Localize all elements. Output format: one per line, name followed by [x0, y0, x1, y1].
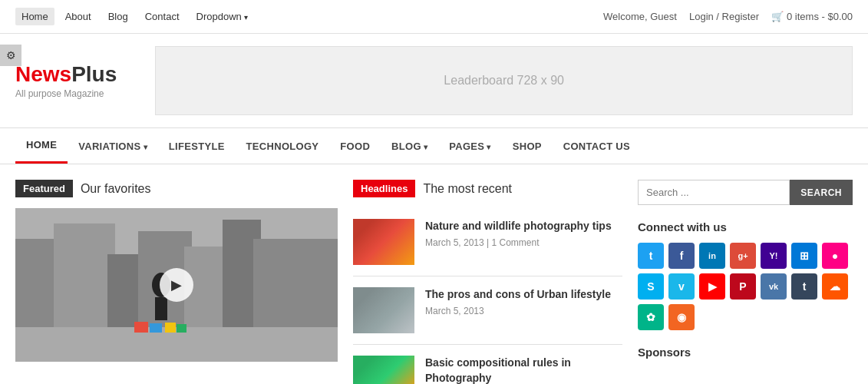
featured-section: Featured Our favorites — [15, 180, 338, 384]
skype-icon[interactable]: S — [638, 273, 664, 300]
top-bar-nav: Home About Blog Contact Dropdown ▾ — [15, 8, 254, 25]
google-plus-icon[interactable]: g+ — [730, 243, 756, 269]
tumblr-icon[interactable]: t — [791, 273, 817, 300]
nav-variations[interactable]: VARIATIONS — [68, 130, 158, 163]
search-box: SEARCH — [638, 180, 853, 205]
cart-icon: 🛒 — [771, 11, 784, 22]
thumbnail-image — [353, 287, 414, 333]
sponsors-title: Sponsors — [638, 346, 853, 359]
settings-icon[interactable]: ⚙ — [0, 45, 21, 66]
article-meta: March 5, 2013 | 1 Comment — [425, 237, 622, 248]
sidebar: SEARCH Connect with us t f in g+ Y! ⊞ ● … — [638, 180, 853, 384]
article-info: Basic compositional rules in Photography… — [425, 356, 622, 384]
list-item: Basic compositional rules in Photography… — [353, 345, 622, 384]
vk-icon[interactable]: vk — [761, 273, 787, 300]
twitter-icon[interactable]: t — [638, 243, 664, 269]
top-bar-right: Welcome, Guest Login / Register 🛒 0 item… — [603, 11, 853, 22]
svg-rect-11 — [134, 322, 148, 333]
article-date: March 5, 2013 — [425, 237, 484, 248]
top-bar: Home About Blog Contact Dropdown ▾ Welco… — [0, 0, 868, 34]
content-area: Featured Our favorites — [0, 164, 868, 384]
windows-icon[interactable]: ⊞ — [791, 243, 817, 269]
nav-technology[interactable]: TECHNOLOGY — [236, 130, 330, 163]
nav-home[interactable]: HOME — [15, 128, 68, 164]
list-item: Nature and wildlife photography tips Mar… — [353, 208, 622, 276]
vimeo-icon[interactable]: v — [668, 273, 695, 300]
article-thumbnail[interactable] — [353, 219, 414, 265]
featured-badge: Featured — [15, 180, 73, 197]
headlines-section: Headlines The most recent Nature and wil… — [353, 180, 622, 384]
article-meta: March 5, 2013 — [425, 306, 622, 316]
nav-food[interactable]: FOOD — [329, 130, 381, 163]
article-info: Nature and wildlife photography tips Mar… — [425, 219, 622, 248]
logo-tagline: All purpose Magazine — [15, 88, 117, 99]
leaderboard-banner: Leaderboard 728 x 90 — [155, 46, 853, 115]
city-scene: ▶ — [15, 208, 338, 362]
cart-info[interactable]: 🛒 0 items - $0.00 — [771, 11, 853, 22]
main-nav: HOME VARIATIONS LIFESTYLE TECHNOLOGY FOO… — [0, 127, 868, 164]
nav-pages[interactable]: PAGES — [438, 130, 501, 163]
search-button[interactable]: SEARCH — [790, 180, 853, 205]
login-register-link[interactable]: Login / Register — [689, 11, 759, 22]
pinterest-icon[interactable]: P — [730, 273, 756, 300]
flickr-icon[interactable]: ● — [822, 243, 848, 269]
dropdown-arrow-icon: ▾ — [244, 13, 248, 22]
thumbnail-image — [353, 219, 414, 265]
facebook-icon[interactable]: f — [668, 243, 695, 269]
youtube-icon[interactable]: ▶ — [699, 273, 725, 300]
cart-label: 0 items - $0.00 — [787, 11, 853, 22]
topbar-contact[interactable]: Contact — [139, 8, 186, 25]
article-date: March 5, 2013 — [425, 306, 484, 316]
topbar-blog[interactable]: Blog — [102, 8, 134, 25]
connect-title: Connect with us — [638, 220, 853, 233]
soundcloud-icon[interactable]: ☁ — [822, 273, 848, 300]
topbar-about[interactable]: About — [59, 8, 97, 25]
svg-rect-14 — [177, 324, 186, 333]
topbar-home[interactable]: Home — [15, 8, 54, 25]
search-input[interactable] — [638, 180, 790, 205]
article-title[interactable]: Basic compositional rules in Photography — [425, 356, 622, 384]
headlines-label: The most recent — [423, 182, 512, 196]
logo-area: NewsPlus All purpose Magazine — [15, 62, 117, 99]
article-comments: 1 Comment — [492, 237, 540, 248]
social-icons-group: t f in g+ Y! ⊞ ● S v ▶ P vk t ☁ ✿ ◉ — [638, 243, 853, 330]
logo-plus: Plus — [71, 62, 117, 86]
featured-label: Our favorites — [81, 182, 151, 196]
headlines-badge: Headlines — [353, 180, 415, 197]
featured-header: Featured Our favorites — [15, 180, 338, 197]
nav-blog[interactable]: BLOG — [381, 130, 438, 163]
yahoo-icon[interactable]: Y! — [761, 243, 787, 269]
logo-news: News — [15, 62, 71, 86]
logo[interactable]: NewsPlus — [15, 62, 117, 87]
svg-rect-10 — [155, 297, 167, 320]
welcome-text: Welcome, Guest — [603, 11, 677, 22]
list-item: The pros and cons of Urban lifestyle Mar… — [353, 276, 622, 345]
article-title[interactable]: The pros and cons of Urban lifestyle — [425, 287, 622, 303]
thumbnail-image — [353, 356, 414, 384]
header: NewsPlus All purpose Magazine Leaderboar… — [0, 34, 868, 127]
nav-contact-us[interactable]: CONTACT US — [553, 130, 641, 163]
svg-rect-13 — [165, 323, 176, 333]
nav-lifestyle[interactable]: LIFESTYLE — [158, 130, 236, 163]
rss-icon[interactable]: ◉ — [668, 304, 695, 330]
linkedin-icon[interactable]: in — [699, 243, 725, 269]
article-thumbnail[interactable] — [353, 356, 414, 384]
play-button[interactable]: ▶ — [160, 268, 193, 302]
svg-rect-12 — [150, 323, 162, 333]
featured-image[interactable]: ▶ — [15, 208, 338, 362]
nav-shop[interactable]: SHOP — [502, 130, 553, 163]
article-thumbnail[interactable] — [353, 287, 414, 333]
article-info: The pros and cons of Urban lifestyle Mar… — [425, 287, 622, 316]
vine-icon[interactable]: ✿ — [638, 304, 664, 330]
topbar-dropdown[interactable]: Dropdown ▾ — [190, 8, 255, 25]
article-title[interactable]: Nature and wildlife photography tips — [425, 219, 622, 234]
headlines-header: Headlines The most recent — [353, 180, 622, 197]
article-list: Nature and wildlife photography tips Mar… — [353, 208, 622, 384]
